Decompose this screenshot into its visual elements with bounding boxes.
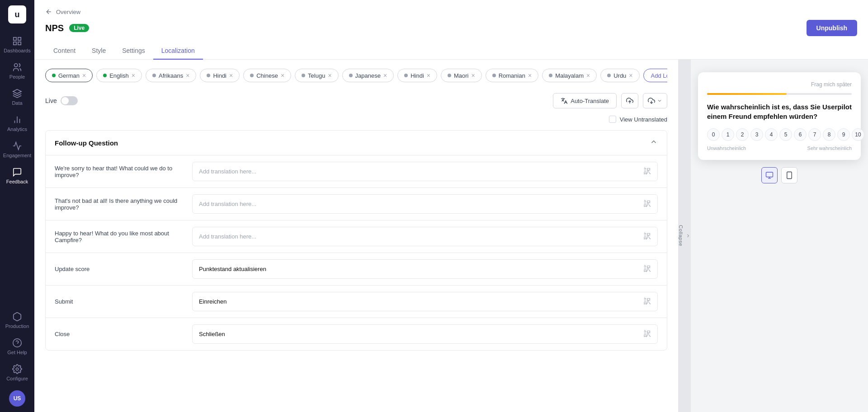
message-circle-icon xyxy=(12,167,22,177)
locale-status-dot xyxy=(448,74,451,77)
page-header: Overview NPS Live Unpublish Content Styl… xyxy=(34,0,868,60)
view-untranslated-checkbox[interactable] xyxy=(609,116,616,123)
locale-status-dot xyxy=(549,74,552,77)
add-locales-button[interactable]: Add Locales xyxy=(643,69,667,82)
auto-translate-button[interactable]: Auto-Translate xyxy=(553,93,617,108)
tab-content[interactable]: Content xyxy=(45,42,84,60)
sidebar-item-analytics[interactable]: Analytics xyxy=(2,111,33,136)
locale-tab-english[interactable]: English × xyxy=(96,69,142,82)
locale-status-dot xyxy=(349,74,353,77)
locale-tab-urdu[interactable]: Urdu × xyxy=(600,69,639,82)
tab-localization[interactable]: Localization xyxy=(153,42,203,60)
nps-score-0[interactable]: 0 xyxy=(707,128,720,141)
breadcrumb[interactable]: Overview xyxy=(45,8,857,15)
download-button[interactable] xyxy=(643,93,667,108)
main-content: Overview NPS Live Unpublish Content Styl… xyxy=(34,0,868,412)
bar-chart-icon xyxy=(12,115,22,125)
locale-tab-hindi2[interactable]: Hindi × xyxy=(397,69,437,82)
sidebar-item-data[interactable]: Data xyxy=(2,85,33,109)
user-avatar[interactable]: US xyxy=(9,390,25,407)
locale-status-dot xyxy=(52,74,56,77)
help-circle-icon xyxy=(12,338,22,348)
table-row: Happy to hear! What do you like most abo… xyxy=(46,220,667,253)
nps-score-2[interactable]: 2 xyxy=(736,128,749,141)
locale-tab-hindi1[interactable]: Hindi × xyxy=(200,69,240,82)
nps-score-5[interactable]: 5 xyxy=(779,128,792,141)
sidebar-item-people[interactable]: People xyxy=(2,59,33,83)
content-area: German × English × Afrikaans × Hindi × xyxy=(34,60,868,412)
locale-tab-romanian[interactable]: Romanian × xyxy=(486,69,538,82)
sidebar-item-label: Feedback xyxy=(6,179,28,184)
tab-style[interactable]: Style xyxy=(84,42,114,60)
users-icon xyxy=(12,62,22,72)
translation-input[interactable]: Schließen 訳 xyxy=(192,324,658,344)
nps-score-1[interactable]: 1 xyxy=(722,128,734,141)
smartphone-icon xyxy=(785,171,793,179)
locale-status-dot xyxy=(404,74,408,77)
translation-input[interactable]: Einreichen 訳 xyxy=(192,292,658,311)
tab-settings[interactable]: Settings xyxy=(114,42,153,60)
nps-score-7[interactable]: 7 xyxy=(808,128,821,141)
nps-scale-labels: Unwahrscheinlich Sehr wahrscheinlich xyxy=(707,145,852,151)
nps-label-high: Sehr wahrscheinlich xyxy=(807,145,852,151)
table-row: Close Schließen 訳 xyxy=(46,318,667,350)
mobile-device-button[interactable] xyxy=(781,167,797,183)
sidebar-item-feedback[interactable]: Feedback xyxy=(2,164,33,188)
svg-rect-2 xyxy=(14,42,16,45)
locale-tab-telugu[interactable]: Telugu × xyxy=(295,69,339,82)
row-label: Update score xyxy=(55,266,181,272)
svg-rect-0 xyxy=(14,37,16,40)
locale-tab-chinese[interactable]: Chinese × xyxy=(243,69,291,82)
sidebar-item-configure[interactable]: Configure xyxy=(2,360,33,385)
left-panel: German × English × Afrikaans × Hindi × xyxy=(34,60,678,412)
translation-input[interactable]: Add translation here... 訳 xyxy=(192,227,658,246)
chevron-right-icon xyxy=(685,233,691,239)
table-row: Submit Einreichen 訳 xyxy=(46,285,667,318)
live-toggle: Live xyxy=(45,96,78,105)
nps-score-8[interactable]: 8 xyxy=(823,128,835,141)
locale-tab-maori[interactable]: Maori × xyxy=(441,69,482,82)
nps-score-10[interactable]: 10 xyxy=(852,128,864,141)
live-status-badge: Live xyxy=(69,24,89,32)
unpublish-button[interactable]: Unpublish xyxy=(807,20,857,36)
nps-score-3[interactable]: 3 xyxy=(750,128,763,141)
desktop-device-button[interactable] xyxy=(761,167,778,183)
translation-input[interactable]: Add translation here... 訳 xyxy=(192,162,658,181)
box-icon xyxy=(12,312,22,322)
svg-rect-15 xyxy=(766,172,773,177)
locale-tab-afrikaans[interactable]: Afrikaans × xyxy=(146,69,196,82)
translate-lang-icon: 訳 xyxy=(644,264,651,274)
table-row: We're sorry to hear that! What could we … xyxy=(46,155,667,187)
locale-status-dot xyxy=(207,74,210,77)
sidebar-item-dashboards[interactable]: Dashboards xyxy=(2,33,33,57)
chevron-down-icon xyxy=(657,98,662,103)
row-label: Close xyxy=(55,331,181,337)
sidebar-item-get-help[interactable]: Get Help xyxy=(2,334,33,359)
follow-up-section: Follow-up Question We're sorry to hear t… xyxy=(45,130,667,351)
nps-progress-fill xyxy=(707,93,787,95)
nps-score-9[interactable]: 9 xyxy=(837,128,850,141)
translation-toolbar: Live Auto-Translate xyxy=(45,93,667,108)
section-title: Follow-up Question xyxy=(55,139,118,147)
nps-score-6[interactable]: 6 xyxy=(794,128,807,141)
translate-lang-icon: 訳 xyxy=(644,297,651,306)
section-header[interactable]: Follow-up Question xyxy=(46,131,667,155)
sidebar-item-production[interactable]: Production xyxy=(2,308,33,332)
table-row: That's not bad at all! Is there anything… xyxy=(46,187,667,220)
row-label: Submit xyxy=(55,298,181,305)
nps-score-4[interactable]: 4 xyxy=(765,128,778,141)
translation-input[interactable]: Add translation here... 訳 xyxy=(192,194,658,214)
locale-tab-japanese[interactable]: Japanese × xyxy=(342,69,394,82)
upload-button[interactable] xyxy=(621,93,638,108)
nps-widget-preview: Frag mich später Wie wahrscheinlich ist … xyxy=(698,72,861,160)
live-toggle-switch[interactable] xyxy=(61,96,78,105)
sidebar-item-engagement[interactable]: Engagement xyxy=(2,137,33,162)
settings-icon xyxy=(12,364,22,374)
back-arrow-icon xyxy=(45,8,52,15)
collapse-button[interactable]: Collapse xyxy=(678,60,691,412)
translate-lang-icon: 訳 xyxy=(644,167,651,176)
sidebar-logo[interactable]: u xyxy=(8,5,26,23)
locale-tab-german[interactable]: German × xyxy=(45,69,93,82)
locale-tab-malayalam[interactable]: Malayalam × xyxy=(542,69,597,82)
translation-input[interactable]: Punktestand aktualisieren 訳 xyxy=(192,259,658,279)
